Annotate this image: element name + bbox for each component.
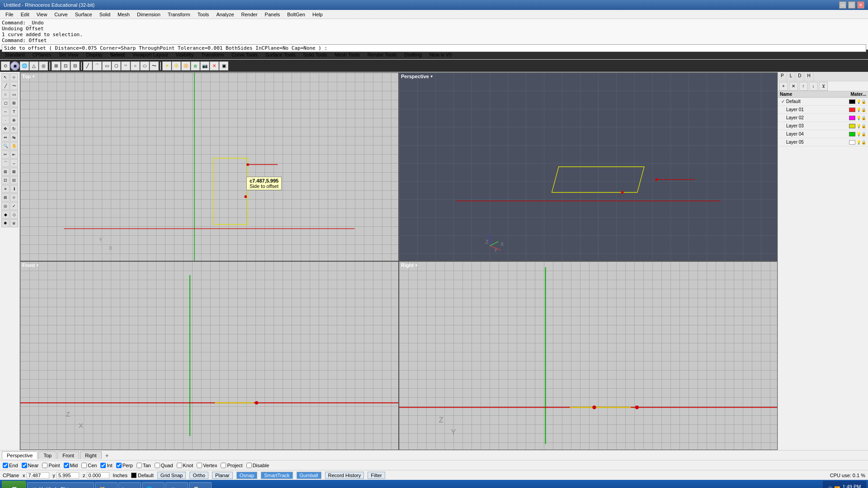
snap-knot-checkbox[interactable] <box>177 463 182 468</box>
taskbar-browser[interactable]: 🌐 <box>142 482 165 488</box>
close-button[interactable]: ✕ <box>857 1 864 9</box>
menu-dimension[interactable]: Dimension <box>133 11 164 18</box>
menu-render[interactable]: Render <box>238 11 261 18</box>
left-tool-fillet[interactable]: ⌒ <box>1 159 9 167</box>
left-tool-zoom[interactable]: 🔍 <box>1 142 9 150</box>
left-tool-circle3[interactable]: ○ <box>1 90 9 99</box>
layer-03-color[interactable] <box>849 124 855 128</box>
left-tool-extend[interactable]: ⇤ <box>10 150 18 159</box>
snap-tan-check[interactable]: Tan <box>137 463 151 468</box>
smarttrack-button[interactable]: SmartTrack <box>261 472 292 479</box>
snap-vertex-checkbox[interactable] <box>197 463 202 468</box>
osnap-button[interactable]: Osnap <box>236 472 257 479</box>
menu-edit[interactable]: Edit <box>17 11 33 18</box>
grid-snap-button[interactable]: Grid Snap <box>157 472 186 479</box>
tool-globe[interactable]: 🌐 <box>20 61 29 70</box>
btab-top[interactable]: Top <box>38 451 57 459</box>
snap-mid-check[interactable]: Mid <box>64 463 78 468</box>
left-tool-point[interactable]: · <box>1 116 9 124</box>
snap-mid-checkbox[interactable] <box>64 463 69 468</box>
filter-button[interactable]: Filter <box>368 472 385 479</box>
rp-move-down[interactable]: ↓ <box>809 82 818 91</box>
snap-near-check[interactable]: Near <box>22 463 39 468</box>
menu-panels[interactable]: Panels <box>261 11 284 18</box>
menu-view[interactable]: View <box>33 11 51 18</box>
tool-render[interactable]: 🔆 <box>181 61 190 70</box>
start-button[interactable]: ⊞ <box>2 481 26 488</box>
menu-analyze[interactable]: Analyze <box>212 11 237 18</box>
rpanel-tab-layers[interactable]: L <box>787 72 796 81</box>
tool-ellipse[interactable]: ⬭ <box>140 61 149 70</box>
left-tool-pt2[interactable]: ⊕ <box>10 116 18 124</box>
tool-polygon[interactable]: ⬡ <box>112 61 121 70</box>
left-tool-select[interactable]: ⊹ <box>10 73 18 81</box>
left-tool-extra3[interactable]: ✱ <box>1 219 9 227</box>
record-history-button[interactable]: Record History <box>325 472 364 479</box>
layer-row-03[interactable]: Layer 03 💡🔒 <box>778 122 868 130</box>
viewport-top[interactable]: Top ▼ <box>20 72 399 261</box>
rp-filter[interactable]: ⊻ <box>819 82 828 91</box>
layer-02-color[interactable] <box>849 116 855 120</box>
left-tool-rotate[interactable]: ↻ <box>10 125 18 133</box>
snap-point-checkbox[interactable] <box>42 463 47 468</box>
tab-new-in-v5[interactable]: New in V5 <box>426 51 456 58</box>
tool-red-x[interactable]: ✕ <box>210 61 219 70</box>
left-tool-text[interactable]: T <box>10 108 18 116</box>
tool-curve[interactable]: 〜 <box>150 61 159 70</box>
left-tool-mirror[interactable]: ⇋ <box>10 133 18 141</box>
taskbar-notes[interactable]: 📋 <box>189 482 212 488</box>
ortho-button[interactable]: Ortho <box>189 472 208 479</box>
menu-curve[interactable]: Curve <box>51 11 71 18</box>
left-tool-move[interactable]: ✥ <box>1 125 9 133</box>
snap-tan-checkbox[interactable] <box>137 463 142 468</box>
tool-cone[interactable]: △ <box>29 61 38 70</box>
viewport-right[interactable]: Right ▼ Z Y <box>399 261 778 450</box>
left-tool-snap[interactable]: ⊹ <box>10 193 18 202</box>
left-tool-rectangle2[interactable]: ▭ <box>10 90 18 99</box>
layer-01-color[interactable] <box>849 108 855 112</box>
tool-rectangle[interactable]: ▭ <box>102 61 111 70</box>
tool-spotlight[interactable]: ⦿ <box>172 61 181 70</box>
tab-setview[interactable]: Set View <box>55 51 82 58</box>
taskbar-explorer[interactable]: 📁 <box>95 482 118 488</box>
rpanel-tab-properties[interactable]: P <box>778 72 787 81</box>
left-tool-check[interactable]: ✓ <box>10 202 18 210</box>
viewport-front[interactable]: Front ▼ Z X <box>20 261 399 450</box>
tool-circle2[interactable]: ○ <box>131 61 140 70</box>
taskbar-rhino2[interactable]: 🦏 <box>165 482 188 488</box>
left-tool-layer[interactable]: ≡ <box>1 185 9 193</box>
left-tool-curve2[interactable]: 〜 <box>10 82 18 90</box>
menu-boltgen[interactable]: BoltGen <box>283 11 309 18</box>
left-tool-dim[interactable]: ↔ <box>1 108 9 116</box>
rp-delete-layer[interactable]: ✕ <box>789 82 798 91</box>
menu-surface[interactable]: Surface <box>71 11 96 18</box>
snap-point-check[interactable]: Point <box>42 463 60 468</box>
left-tool-extra2[interactable]: ◇ <box>10 211 18 219</box>
layer-row-default[interactable]: ✓ Default 💡🔒 <box>778 98 868 106</box>
tool-sun[interactable]: ☀ <box>162 61 171 70</box>
tab-viewport-layout[interactable]: Viewport Layout <box>129 51 172 58</box>
rp-new-layer[interactable]: + <box>779 82 788 91</box>
snap-cen-checkbox[interactable] <box>81 463 87 468</box>
snap-near-checkbox[interactable] <box>22 463 27 468</box>
taskbar-rhino[interactable]: 🦏 Untitled - Rhinoceros... <box>27 482 94 488</box>
snap-quad-check[interactable]: Quad <box>155 463 173 468</box>
left-tool-pan[interactable]: ✋ <box>10 142 18 150</box>
left-tool-group[interactable]: ⊡ <box>1 176 9 184</box>
menu-transform[interactable]: Transform <box>164 11 194 18</box>
rp-move-up[interactable]: ↑ <box>799 82 808 91</box>
tool-line[interactable]: ╱ <box>83 61 92 70</box>
tab-transform[interactable]: Transform <box>198 51 227 58</box>
menu-mesh[interactable]: Mesh <box>114 11 133 18</box>
left-tool-extra1[interactable]: ◆ <box>1 211 9 219</box>
tab-solid-tools[interactable]: Solid Tools <box>299 51 330 58</box>
layer-row-05[interactable]: Layer 05 💡🔒 <box>778 138 868 146</box>
layer-row-01[interactable]: Layer 01 💡🔒 <box>778 106 868 114</box>
planar-button[interactable]: Planar <box>212 472 233 479</box>
tool-deselect[interactable]: ⊟ <box>71 61 80 70</box>
layer-05-color[interactable] <box>849 140 855 145</box>
left-tool-ungroup[interactable]: ⊟ <box>10 176 18 184</box>
snap-perp-check[interactable]: Perp <box>116 463 133 468</box>
maximize-button[interactable]: □ <box>848 1 855 9</box>
rpanel-tab-help[interactable]: H <box>804 72 813 81</box>
